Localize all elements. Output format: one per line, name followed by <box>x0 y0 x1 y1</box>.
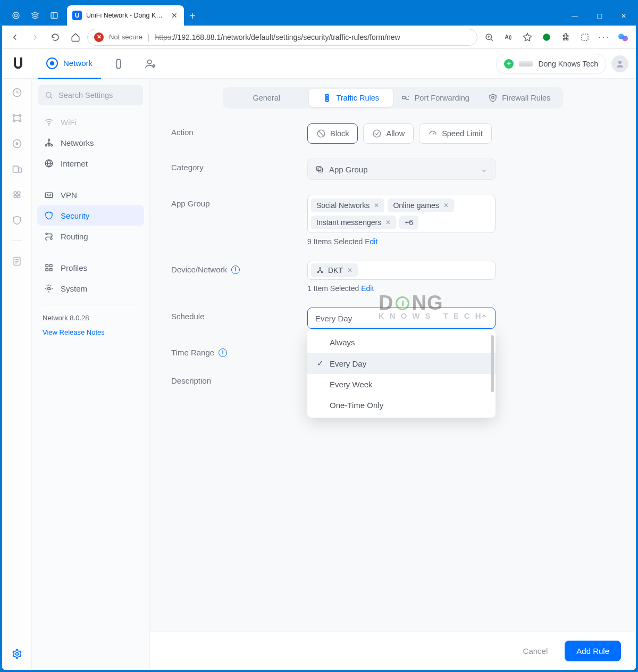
screenshot-icon[interactable] <box>576 29 593 46</box>
header-tab-devices[interactable] <box>104 49 133 79</box>
refresh-button[interactable] <box>47 29 64 46</box>
browser-tab-active[interactable]: U UniFi Network - Dong Knows Tec ✕ <box>67 5 184 26</box>
workspaces-icon[interactable] <box>26 6 45 25</box>
chip-more[interactable]: +6 <box>399 215 418 229</box>
chip-dkt[interactable]: DKT✕ <box>311 263 358 277</box>
header-tab-users[interactable] <box>136 49 165 79</box>
tab-firewall-rules[interactable]: Firewall Rules <box>477 89 562 107</box>
rail-dashboard-icon[interactable] <box>11 86 23 99</box>
svg-rect-45 <box>46 269 48 271</box>
svg-point-42 <box>51 238 52 239</box>
rail-radar-icon[interactable] <box>11 137 23 150</box>
nav-system[interactable]: System <box>37 278 144 298</box>
svg-line-33 <box>51 97 52 98</box>
account-pill[interactable]: ✦ Dong Knows Tech <box>496 54 606 74</box>
edit-device-link[interactable]: Edit <box>361 284 374 293</box>
header-tab-network[interactable]: Network <box>38 49 101 79</box>
dd-opt-one-time[interactable]: One-Time Only <box>307 395 496 416</box>
new-tab-button[interactable]: + <box>184 7 201 26</box>
chip-games[interactable]: Online games✕ <box>388 198 454 212</box>
row-category: Category App Group ⌄ <box>171 153 615 185</box>
svg-point-1 <box>14 14 17 16</box>
extensions-icon[interactable] <box>557 29 574 46</box>
svg-point-61 <box>321 271 322 272</box>
rail-clients-icon[interactable] <box>11 188 23 201</box>
close-icon[interactable]: ✕ <box>385 219 391 226</box>
url-input[interactable]: ✕ Not secure | https://192.168.88.1/netw… <box>87 29 477 46</box>
info-icon[interactable]: i <box>219 349 227 357</box>
rail-devices-icon[interactable] <box>11 163 23 176</box>
svg-point-49 <box>326 96 328 97</box>
check-icon: ✓ <box>317 359 324 368</box>
svg-rect-57 <box>318 168 322 172</box>
row-device: Device/Networki DKT✕ 1 Item Selected Edi… <box>171 255 615 298</box>
nav-networks[interactable]: Networks <box>37 132 144 153</box>
dropdown-scrollbar[interactable] <box>490 333 494 414</box>
home-button[interactable] <box>67 29 84 46</box>
app-icon[interactable] <box>6 6 26 25</box>
nav-profiles[interactable]: Profiles <box>37 258 144 278</box>
nav-vpn[interactable]: VPN <box>37 185 144 205</box>
zoom-icon[interactable] <box>481 29 498 46</box>
app-group-chips[interactable]: Social Networks✕ Online games✕ Instant m… <box>307 195 496 233</box>
dd-opt-every-day[interactable]: ✓Every Day <box>307 353 496 374</box>
nav-security[interactable]: Security <box>37 205 144 226</box>
nav-routing[interactable]: Routing <box>37 226 144 246</box>
rail-settings-icon[interactable] <box>11 648 23 660</box>
close-icon[interactable]: ✕ <box>443 202 449 209</box>
release-notes-link[interactable]: View Release Notes <box>36 326 145 338</box>
category-select[interactable]: App Group ⌄ <box>307 159 496 180</box>
version-text: Network 8.0.28 <box>36 310 145 326</box>
minimize-button[interactable]: — <box>563 6 587 26</box>
edit-app-group-link[interactable]: Edit <box>365 237 377 246</box>
settings-sidebar: Search Settings WiFi Networks Internet V… <box>32 79 150 670</box>
dd-opt-always[interactable]: Always <box>307 332 496 353</box>
close-button[interactable]: ✕ <box>611 6 636 26</box>
tab-traffic-rules[interactable]: Traffic Rules <box>309 89 393 107</box>
svg-point-16 <box>19 114 21 116</box>
device-chips[interactable]: DKT✕ <box>307 261 496 280</box>
ext1-icon[interactable] <box>538 29 555 46</box>
info-icon[interactable]: i <box>231 266 240 274</box>
action-block-button[interactable]: Block <box>307 123 358 144</box>
dd-opt-every-week[interactable]: Every Week <box>307 374 496 395</box>
unifi-logo-icon[interactable] <box>10 54 27 73</box>
device-icon <box>113 58 124 70</box>
port-icon <box>401 93 410 103</box>
more-icon[interactable]: ··· <box>595 29 612 46</box>
nav-internet[interactable]: Internet <box>37 153 144 173</box>
action-allow-button[interactable]: Allow <box>363 123 414 144</box>
tab-general[interactable]: General <box>224 89 309 107</box>
chip-social[interactable]: Social Networks✕ <box>311 198 384 212</box>
check-icon <box>372 129 382 138</box>
cancel-button[interactable]: Cancel <box>516 641 556 661</box>
network-tab-icon <box>46 57 58 69</box>
read-aloud-icon[interactable]: A)) <box>500 29 517 46</box>
svg-point-0 <box>13 12 19 19</box>
rail-logs-icon[interactable] <box>11 255 23 268</box>
favorite-icon[interactable] <box>519 29 536 46</box>
svg-point-23 <box>14 192 16 194</box>
svg-point-20 <box>16 143 18 144</box>
rail-security-icon[interactable] <box>11 214 23 227</box>
close-icon[interactable]: ✕ <box>347 267 352 274</box>
back-button[interactable] <box>6 29 23 46</box>
action-speed-limit-button[interactable]: Speed Limit <box>419 123 492 144</box>
forward-button[interactable] <box>27 29 44 46</box>
sidebar-icon[interactable] <box>45 6 64 25</box>
tab-port-forwarding[interactable]: Port Forwarding <box>393 89 477 107</box>
svg-rect-44 <box>50 264 53 267</box>
search-placeholder: Search Settings <box>58 91 113 99</box>
rail-topology-icon[interactable] <box>11 112 23 125</box>
chip-messengers[interactable]: Instant messengers✕ <box>311 215 396 229</box>
copilot-icon[interactable] <box>615 29 632 46</box>
schedule-select[interactable]: Every Day ⌃ <box>307 308 496 329</box>
close-icon[interactable]: ✕ <box>374 202 379 209</box>
avatar-icon[interactable] <box>611 55 628 72</box>
search-input[interactable]: Search Settings <box>38 85 143 105</box>
add-rule-button[interactable]: Add Rule <box>565 641 621 661</box>
svg-rect-58 <box>317 167 321 171</box>
maximize-button[interactable]: ▢ <box>587 6 611 26</box>
close-tab-icon[interactable]: ✕ <box>170 10 179 21</box>
nav-wifi[interactable]: WiFi <box>37 112 144 132</box>
